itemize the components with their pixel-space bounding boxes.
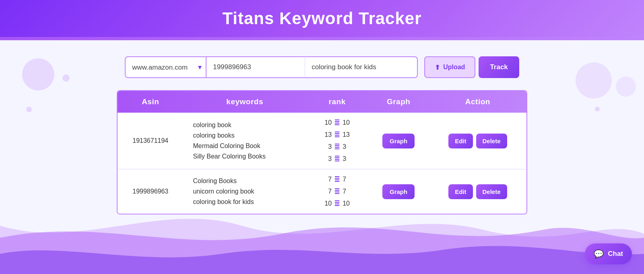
rank-row: 10 ≣ 10 bbox=[312, 198, 363, 210]
rank-right: 7 bbox=[343, 176, 346, 183]
accent-bar bbox=[0, 37, 644, 40]
rank-right: 3 bbox=[343, 155, 346, 163]
keyword-table-wrapper: Asin keywords rank Graph Action 19136711… bbox=[117, 90, 527, 214]
graph-button[interactable]: Graph bbox=[382, 134, 415, 148]
rank-right: 3 bbox=[343, 143, 346, 150]
cell-action: EditDelete bbox=[429, 169, 526, 214]
rank-right: 13 bbox=[343, 131, 350, 138]
rank-left: 10 bbox=[324, 119, 332, 126]
domain-select-wrapper: www.amazon.com www.amazon.co.uk www.amaz… bbox=[125, 56, 206, 78]
keyword-item: Mermaid Coloring Book bbox=[193, 141, 300, 151]
table-header: Asin keywords rank Graph Action bbox=[118, 91, 526, 113]
graph-button[interactable]: Graph bbox=[382, 184, 415, 199]
controls-row: www.amazon.com www.amazon.co.uk www.amaz… bbox=[80, 56, 564, 78]
rank-icon: ≣ bbox=[334, 130, 340, 139]
table-row: 1999896963Coloring Booksunicorn coloring… bbox=[118, 169, 526, 214]
rank-row: 7 ≣ 7 bbox=[312, 173, 363, 185]
rank-icon: ≣ bbox=[334, 142, 340, 151]
rank-row: 3 ≣ 3 bbox=[312, 141, 363, 153]
chat-label: Chat bbox=[608, 250, 623, 258]
action-cell: EditDelete bbox=[435, 184, 521, 199]
keyword-item: coloring book for kids bbox=[193, 197, 300, 207]
cell-rank: 7 ≣ 77 ≣ 710 ≣ 10 bbox=[306, 169, 368, 214]
asin-input[interactable] bbox=[206, 56, 305, 78]
col-keywords: keywords bbox=[183, 91, 306, 113]
rank-icon: ≣ bbox=[334, 118, 340, 127]
cell-asin: 1913671194 bbox=[118, 113, 183, 169]
rank-left: 7 bbox=[328, 176, 332, 183]
upload-label: Upload bbox=[443, 64, 465, 71]
delete-button[interactable]: Delete bbox=[476, 184, 507, 199]
keyword-input[interactable] bbox=[305, 56, 418, 78]
keyword-table: Asin keywords rank Graph Action 19136711… bbox=[118, 91, 526, 214]
delete-button[interactable]: Delete bbox=[476, 134, 507, 148]
rank-icon: ≣ bbox=[334, 155, 340, 163]
cell-graph: Graph bbox=[368, 113, 429, 169]
domain-select[interactable]: www.amazon.com www.amazon.co.uk www.amaz… bbox=[125, 56, 206, 78]
page-title: Titans Keyword Tracker bbox=[0, 9, 644, 28]
cell-action: EditDelete bbox=[429, 113, 526, 169]
col-rank: rank bbox=[306, 91, 368, 113]
rank-left: 3 bbox=[328, 143, 332, 150]
rank-left: 3 bbox=[328, 155, 332, 163]
keyword-item: coloring books bbox=[193, 130, 300, 141]
rank-icon: ≣ bbox=[334, 175, 340, 184]
edit-button[interactable]: Edit bbox=[448, 184, 473, 199]
col-graph: Graph bbox=[368, 91, 429, 113]
edit-button[interactable]: Edit bbox=[448, 134, 473, 148]
cell-keywords: Coloring Booksunicorn coloring bookcolor… bbox=[183, 169, 306, 214]
upload-icon: ⬆ bbox=[435, 64, 440, 71]
table-row: 1913671194coloring bookcoloring booksMer… bbox=[118, 113, 526, 169]
rank-right: 10 bbox=[343, 200, 350, 207]
rank-icon: ≣ bbox=[334, 199, 340, 208]
main-content: www.amazon.com www.amazon.co.uk www.amaz… bbox=[0, 40, 644, 214]
track-button[interactable]: Track bbox=[479, 56, 519, 78]
cell-graph: Graph bbox=[368, 169, 429, 214]
upload-button[interactable]: ⬆ Upload bbox=[424, 56, 475, 78]
keyword-item: Coloring Books bbox=[193, 176, 300, 186]
col-action: Action bbox=[429, 91, 526, 113]
rank-row: 3 ≣ 3 bbox=[312, 153, 363, 165]
keyword-item: Silly Bear Coloring Books bbox=[193, 151, 300, 162]
chat-icon: 💬 bbox=[594, 249, 604, 259]
table-body: 1913671194coloring bookcoloring booksMer… bbox=[118, 113, 526, 214]
cell-keywords: coloring bookcoloring booksMermaid Color… bbox=[183, 113, 306, 169]
rank-row: 10 ≣ 10 bbox=[312, 117, 363, 129]
rank-left: 13 bbox=[324, 131, 332, 138]
rank-right: 7 bbox=[343, 188, 346, 195]
keyword-item: unicorn coloring book bbox=[193, 186, 300, 197]
rank-left: 10 bbox=[324, 200, 332, 207]
keyword-item: coloring book bbox=[193, 120, 300, 130]
rank-row: 7 ≣ 7 bbox=[312, 185, 363, 198]
rank-right: 10 bbox=[343, 119, 350, 126]
rank-left: 7 bbox=[328, 188, 332, 195]
rank-icon: ≣ bbox=[334, 187, 340, 196]
chat-button[interactable]: 💬 Chat bbox=[585, 243, 632, 264]
action-cell: EditDelete bbox=[435, 134, 521, 148]
cell-asin: 1999896963 bbox=[118, 169, 183, 214]
col-asin: Asin bbox=[118, 91, 183, 113]
cell-rank: 10 ≣ 1013 ≣ 133 ≣ 33 ≣ 3 bbox=[306, 113, 368, 169]
header: Titans Keyword Tracker bbox=[0, 0, 644, 37]
rank-row: 13 ≣ 13 bbox=[312, 129, 363, 141]
